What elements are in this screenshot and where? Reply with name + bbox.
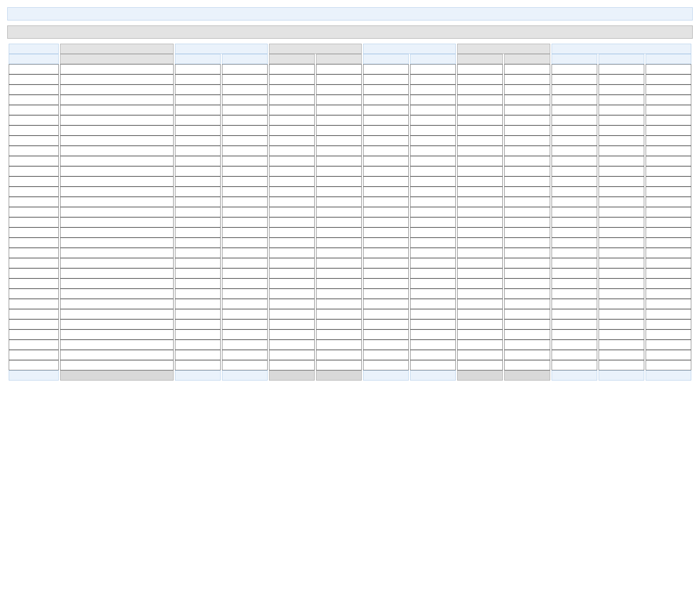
- table-cell[interactable]: [504, 176, 550, 187]
- table-cell[interactable]: [504, 85, 550, 95]
- table-cell[interactable]: [9, 289, 59, 299]
- table-cell[interactable]: [457, 187, 503, 197]
- table-cell[interactable]: [316, 207, 362, 217]
- table-cell[interactable]: [9, 74, 59, 85]
- table-cell[interactable]: [60, 64, 174, 74]
- table-cell[interactable]: [552, 85, 597, 95]
- table-cell[interactable]: [175, 350, 221, 360]
- table-cell[interactable]: [60, 268, 174, 278]
- table-cell[interactable]: [269, 176, 315, 187]
- table-cell[interactable]: [9, 319, 59, 329]
- table-cell[interactable]: [60, 227, 174, 238]
- table-cell[interactable]: [599, 146, 644, 156]
- table-cell[interactable]: [457, 176, 503, 187]
- table-cell[interactable]: [269, 115, 315, 125]
- table-cell[interactable]: [269, 146, 315, 156]
- table-cell[interactable]: [60, 340, 174, 350]
- table-cell[interactable]: [60, 85, 174, 95]
- table-cell[interactable]: [316, 350, 362, 360]
- table-cell[interactable]: [646, 329, 691, 340]
- table-cell[interactable]: [552, 248, 597, 258]
- table-cell[interactable]: [269, 289, 315, 299]
- table-cell[interactable]: [646, 268, 691, 278]
- table-cell[interactable]: [410, 105, 456, 115]
- table-cell[interactable]: [222, 176, 268, 187]
- table-cell[interactable]: [410, 309, 456, 319]
- table-cell[interactable]: [363, 85, 409, 95]
- table-cell[interactable]: [269, 166, 315, 176]
- table-cell[interactable]: [269, 105, 315, 115]
- table-cell[interactable]: [410, 217, 456, 227]
- table-cell[interactable]: [599, 197, 644, 207]
- table-cell[interactable]: [646, 238, 691, 248]
- table-cell[interactable]: [646, 156, 691, 166]
- table-cell[interactable]: [60, 217, 174, 227]
- table-cell[interactable]: [269, 278, 315, 289]
- table-cell[interactable]: [316, 268, 362, 278]
- table-cell[interactable]: [316, 125, 362, 136]
- table-cell[interactable]: [363, 227, 409, 238]
- table-cell[interactable]: [9, 238, 59, 248]
- table-cell[interactable]: [9, 309, 59, 319]
- table-cell[interactable]: [457, 115, 503, 125]
- table-cell[interactable]: [222, 268, 268, 278]
- table-cell[interactable]: [363, 146, 409, 156]
- table-cell[interactable]: [599, 187, 644, 197]
- table-cell[interactable]: [60, 248, 174, 258]
- table-cell[interactable]: [222, 64, 268, 74]
- table-cell[interactable]: [175, 227, 221, 238]
- table-cell[interactable]: [646, 74, 691, 85]
- table-cell[interactable]: [457, 207, 503, 217]
- table-cell[interactable]: [175, 74, 221, 85]
- table-cell[interactable]: [552, 268, 597, 278]
- table-cell[interactable]: [363, 329, 409, 340]
- table-cell[interactable]: [222, 227, 268, 238]
- table-cell[interactable]: [60, 156, 174, 166]
- table-cell[interactable]: [9, 85, 59, 95]
- table-cell[interactable]: [175, 207, 221, 217]
- table-cell[interactable]: [552, 166, 597, 176]
- table-cell[interactable]: [222, 146, 268, 156]
- table-cell[interactable]: [316, 187, 362, 197]
- table-cell[interactable]: [175, 64, 221, 74]
- table-cell[interactable]: [504, 197, 550, 207]
- table-cell[interactable]: [457, 64, 503, 74]
- table-cell[interactable]: [316, 176, 362, 187]
- table-cell[interactable]: [60, 319, 174, 329]
- table-cell[interactable]: [410, 64, 456, 74]
- table-cell[interactable]: [9, 115, 59, 125]
- table-cell[interactable]: [504, 329, 550, 340]
- table-cell[interactable]: [269, 340, 315, 350]
- table-cell[interactable]: [410, 248, 456, 258]
- table-cell[interactable]: [552, 64, 597, 74]
- table-cell[interactable]: [9, 340, 59, 350]
- table-cell[interactable]: [222, 329, 268, 340]
- table-cell[interactable]: [410, 166, 456, 176]
- table-cell[interactable]: [363, 258, 409, 268]
- table-cell[interactable]: [504, 74, 550, 85]
- table-cell[interactable]: [60, 238, 174, 248]
- table-cell[interactable]: [316, 248, 362, 258]
- table-cell[interactable]: [9, 360, 59, 370]
- table-cell[interactable]: [646, 207, 691, 217]
- table-cell[interactable]: [646, 248, 691, 258]
- table-cell[interactable]: [410, 207, 456, 217]
- table-cell[interactable]: [552, 258, 597, 268]
- table-cell[interactable]: [599, 74, 644, 85]
- table-cell[interactable]: [60, 299, 174, 309]
- table-cell[interactable]: [504, 115, 550, 125]
- table-cell[interactable]: [552, 350, 597, 360]
- table-cell[interactable]: [410, 238, 456, 248]
- table-cell[interactable]: [363, 278, 409, 289]
- table-cell[interactable]: [60, 309, 174, 319]
- table-cell[interactable]: [410, 74, 456, 85]
- table-cell[interactable]: [9, 248, 59, 258]
- table-cell[interactable]: [316, 166, 362, 176]
- table-cell[interactable]: [646, 85, 691, 95]
- table-cell[interactable]: [175, 340, 221, 350]
- table-cell[interactable]: [410, 319, 456, 329]
- table-cell[interactable]: [552, 299, 597, 309]
- table-cell[interactable]: [599, 125, 644, 136]
- table-cell[interactable]: [504, 309, 550, 319]
- table-cell[interactable]: [599, 248, 644, 258]
